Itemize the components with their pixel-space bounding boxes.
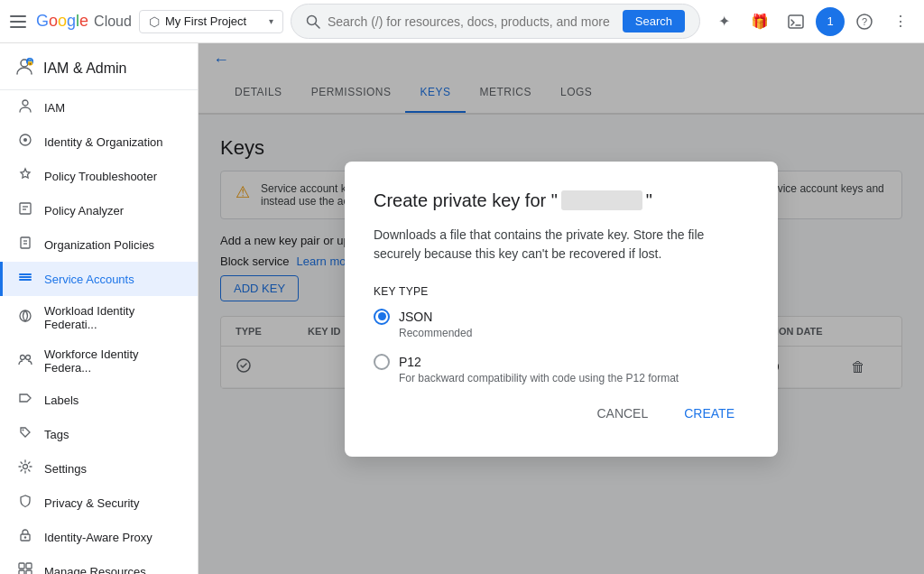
sidebar-item-settings[interactable]: Settings — [0, 451, 198, 486]
search-icon — [306, 14, 320, 29]
sidebar-item-workforce-identity[interactable]: Workforce Identity Federa... — [0, 339, 198, 383]
settings-icon — [17, 459, 33, 477]
dialog-title-prefix: Create private key for " — [374, 190, 558, 211]
svg-point-27 — [23, 430, 24, 431]
more-options-icon[interactable]: ⋮ — [884, 5, 917, 38]
svg-point-25 — [21, 356, 25, 360]
iam-icon — [17, 98, 33, 116]
sidebar-item-label: Workload Identity Federati... — [44, 304, 183, 331]
sidebar-item-label: Policy Analyzer — [44, 204, 124, 218]
tags-icon — [17, 425, 33, 443]
json-option[interactable]: JSON Recommended — [374, 309, 749, 339]
svg-rect-32 — [26, 563, 32, 569]
gift-icon[interactable]: 🎁 — [744, 5, 776, 38]
sidebar-item-label: Privacy & Security — [44, 496, 139, 510]
dialog-key-type-label: Key type — [374, 285, 749, 298]
policy-troubleshooter-icon — [17, 167, 33, 185]
sidebar-item-iam[interactable]: IAM — [0, 90, 198, 125]
sidebar-item-identity-aware-proxy[interactable]: Identity-Aware Proxy — [0, 520, 198, 554]
svg-text:🔒: 🔒 — [26, 58, 34, 66]
sidebar-item-workload-identity[interactable]: Workload Identity Federati... — [0, 296, 198, 339]
dialog-title-suffix: " — [646, 190, 652, 211]
svg-rect-31 — [19, 563, 24, 569]
identity-org-icon — [17, 133, 33, 151]
sidebar-item-label: Identity-Aware Proxy — [44, 531, 152, 544]
sidebar-item-privacy-security[interactable]: Privacy & Security — [0, 486, 198, 520]
sidebar-item-label: Organization Policies — [44, 238, 154, 252]
dialog-actions: CANCEL CREATE — [374, 399, 749, 428]
sidebar-item-label: IAM — [44, 101, 65, 115]
json-sublabel: Recommended — [399, 327, 749, 339]
dialog-description: Downloads a file that contains the priva… — [374, 226, 749, 264]
sidebar: 🔒 IAM & Admin IAM Identity & Organizatio… — [0, 43, 199, 574]
sidebar-item-label: Manage Resources — [44, 565, 146, 575]
sidebar-item-labels[interactable]: Labels — [0, 383, 198, 417]
org-policies-icon — [17, 236, 33, 254]
chevron-down-icon: ▾ — [269, 16, 273, 26]
svg-rect-0 — [10, 15, 26, 17]
svg-rect-5 — [789, 15, 803, 28]
dialog-title-redacted — [561, 190, 642, 210]
svg-rect-34 — [26, 570, 32, 574]
topnav: Google Cloud ⬡ My First Project ▾ Search… — [0, 0, 924, 43]
workforce-identity-icon — [17, 352, 33, 370]
p12-option[interactable]: P12 For backward compatibility with code… — [374, 354, 749, 384]
sidebar-item-tags[interactable]: Tags — [0, 417, 198, 451]
svg-point-28 — [23, 465, 28, 469]
svg-rect-15 — [20, 203, 31, 214]
svg-rect-22 — [19, 276, 32, 278]
labels-icon — [17, 391, 33, 409]
terminal-icon[interactable] — [780, 5, 812, 38]
sidebar-item-label: Workforce Identity Federa... — [44, 347, 183, 375]
hamburger-menu[interactable] — [7, 11, 29, 32]
p12-radio[interactable] — [374, 354, 390, 370]
svg-rect-21 — [19, 273, 32, 275]
svg-rect-2 — [10, 26, 26, 28]
help-icon[interactable]: ? — [848, 5, 881, 38]
svg-rect-23 — [19, 279, 32, 281]
sidebar-item-identity-org[interactable]: Identity & Organization — [0, 125, 198, 159]
json-label: JSON — [399, 310, 432, 324]
svg-point-24 — [20, 310, 31, 321]
iam-admin-icon: 🔒 — [14, 56, 34, 80]
svg-point-30 — [24, 536, 26, 538]
policy-analyzer-icon — [17, 201, 33, 219]
dialog-title: Create private key for " " — [374, 190, 749, 211]
svg-point-14 — [23, 138, 27, 142]
sidebar-item-label: Identity & Organization — [44, 135, 163, 149]
project-selector[interactable]: ⬡ My First Project ▾ — [139, 10, 283, 33]
svg-text:?: ? — [862, 16, 867, 27]
svg-line-4 — [315, 23, 319, 28]
sidebar-title: IAM & Admin — [43, 60, 126, 77]
p12-label: P12 — [399, 355, 421, 369]
nav-icons: ✦ 🎁 1 ? ⋮ — [707, 5, 917, 38]
layout: 🔒 IAM & Admin IAM Identity & Organizatio… — [0, 43, 924, 574]
sidebar-item-manage-resources[interactable]: Manage Resources — [0, 554, 198, 574]
google-cloud-logo[interactable]: Google Cloud — [36, 12, 132, 31]
bookmark-icon[interactable]: ✦ — [707, 5, 740, 38]
p12-sublabel: For backward compatibility with code usi… — [399, 372, 749, 384]
manage-resources-icon — [17, 562, 33, 574]
search-button[interactable]: Search — [623, 10, 685, 32]
sidebar-item-service-accounts[interactable]: Service Accounts — [0, 262, 198, 296]
search-input[interactable] — [328, 14, 615, 29]
cancel-button[interactable]: CANCEL — [582, 399, 662, 428]
svg-rect-18 — [21, 237, 30, 248]
avatar[interactable]: 1 — [816, 7, 845, 36]
project-icon: ⬡ — [149, 14, 160, 29]
create-private-key-dialog: Create private key for " " Downloads a f… — [345, 162, 778, 457]
svg-point-12 — [23, 100, 28, 106]
sidebar-item-label: Policy Troubleshooter — [44, 170, 157, 183]
json-radio[interactable] — [374, 309, 390, 325]
sidebar-item-policy-analyzer[interactable]: Policy Analyzer — [0, 193, 198, 227]
sidebar-item-label: Service Accounts — [44, 273, 134, 286]
workload-identity-icon — [17, 309, 33, 327]
create-button[interactable]: CREATE — [670, 399, 749, 428]
sidebar-item-label: Settings — [44, 462, 87, 476]
sidebar-item-org-policies[interactable]: Organization Policies — [0, 227, 198, 262]
service-accounts-icon — [17, 270, 33, 288]
sidebar-header: 🔒 IAM & Admin — [0, 43, 198, 90]
sidebar-item-label: Labels — [44, 393, 79, 407]
sidebar-item-policy-troubleshooter[interactable]: Policy Troubleshooter — [0, 159, 198, 193]
search-bar: Search — [291, 4, 700, 39]
